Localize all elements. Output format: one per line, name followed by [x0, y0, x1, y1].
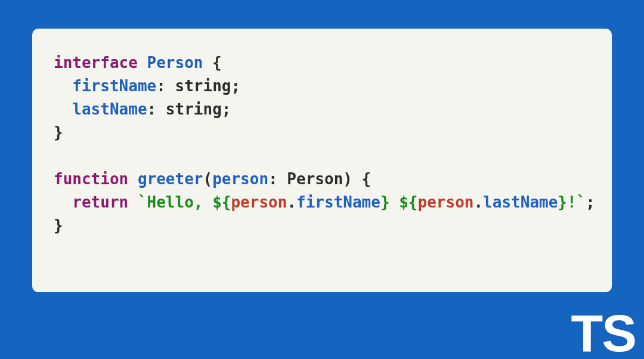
code-line-3: lastName: string;: [54, 98, 590, 121]
type-string: string: [166, 100, 222, 118]
param-type-person: Person: [287, 170, 343, 188]
prop-lastname: lastName: [72, 100, 147, 118]
brace-open: {: [203, 54, 221, 72]
tmpl-obj-person: person: [231, 193, 287, 211]
str-hello: Hello,: [147, 193, 213, 211]
tmpl-close: }: [380, 193, 390, 211]
type-string: string: [175, 77, 231, 95]
keyword-return: return: [72, 193, 128, 211]
tmpl-prop-firstname: firstName: [296, 193, 380, 211]
code-line-4: }: [54, 121, 590, 144]
code-panel: interface Person { firstName: string; la…: [32, 29, 612, 292]
code-line-5: [54, 144, 590, 168]
keyword-interface: interface: [54, 54, 138, 72]
tmpl-open: ${: [399, 193, 417, 211]
code-line-7: return `Hello, ${person.firstName} ${per…: [54, 191, 590, 214]
code-line-6: function greeter(person: Person) {: [54, 168, 590, 191]
code-line-1: interface Person {: [54, 51, 590, 75]
brace-close: }: [54, 123, 63, 141]
tmpl-open: ${: [212, 193, 231, 211]
backtick-close: `: [577, 193, 586, 211]
code-line-2: firstName: string;: [54, 75, 590, 98]
typescript-logo: TS: [571, 303, 636, 359]
tmpl-obj-person: person: [418, 193, 474, 211]
param-person: person: [212, 170, 268, 188]
brace-close: }: [54, 216, 63, 234]
type-name-person: Person: [147, 54, 203, 72]
keyword-function: function: [54, 170, 128, 188]
code-line-8: }: [54, 214, 590, 237]
tmpl-prop-lastname: lastName: [483, 193, 558, 211]
prop-firstname: firstName: [72, 77, 156, 95]
backtick-open: `: [128, 193, 147, 211]
fn-name-greeter: greeter: [138, 170, 203, 188]
tmpl-close: }: [558, 193, 567, 211]
